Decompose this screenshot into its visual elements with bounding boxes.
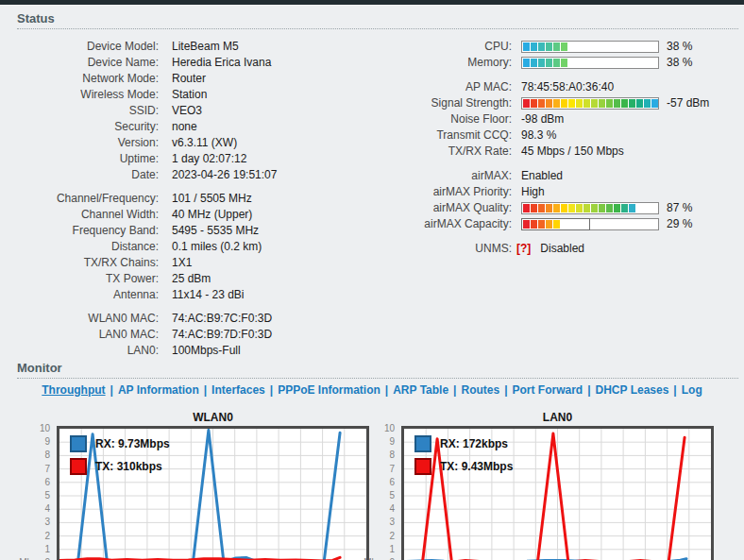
progress-bar-segment — [614, 204, 620, 212]
field-label: Channel/Frequency: — [0, 191, 159, 207]
field-label: Network Mode: — [0, 71, 159, 87]
monitor-tab-interfaces[interactable]: Interfaces — [211, 383, 265, 397]
field-value: none — [172, 119, 197, 135]
monitor-tabs: Throughput|AP Information|Interfaces|PPP… — [0, 383, 744, 399]
progress-bar-segment — [629, 99, 635, 108]
y-tick-label: 8 — [389, 450, 395, 460]
y-tick-label: 7 — [44, 464, 50, 474]
status-row: Channel Width:40 MHz (Upper) — [0, 207, 370, 223]
field-value: 74:AC:B9:7C:F0:3D — [172, 311, 272, 327]
rx-legend-swatch — [414, 435, 431, 452]
status-row: Memory:38 % — [370, 55, 744, 71]
status-group: WLAN0 MAC:74:AC:B9:7C:F0:3DLAN0 MAC:74:A… — [0, 311, 370, 359]
status-row: airMAX:Enabled — [370, 168, 744, 184]
progress-bar-segment — [523, 42, 530, 51]
tx-legend-swatch — [70, 458, 87, 475]
field-label: airMAX Capacity: — [370, 216, 512, 232]
status-row: CPU:38 % — [370, 39, 744, 55]
progress-bar-segment — [599, 99, 605, 108]
progress-bar-segment — [553, 59, 560, 67]
status-group: AP MAC:78:45:58:A0:36:40Signal Strength:… — [370, 79, 744, 160]
progress-bar-segment — [531, 204, 537, 212]
status-row: Noise Floor:-98 dBm — [370, 111, 744, 127]
field-value: Router — [172, 71, 206, 87]
progress-bar-segment — [546, 220, 552, 229]
link-separator: | — [504, 383, 507, 397]
monitor-tab-port-forward[interactable]: Port Forward — [513, 383, 583, 397]
field-value: LiteBeam M5 — [172, 39, 239, 55]
throughput-chart-wlan0: WLAN010987654321Mbps 0RX: 9.73MbpsTX: 31… — [5, 400, 373, 560]
field-value: 0.1 miles (0.2 km) — [172, 239, 262, 255]
field-value: 78:45:58:A0:36:40 — [521, 79, 614, 95]
progress-bar-segment — [523, 99, 530, 108]
field-value: Station — [172, 87, 207, 103]
status-row: WLAN0 MAC:74:AC:B9:7C:F0:3D — [0, 311, 370, 327]
status-row: Uptime:1 day 02:07:12 — [0, 151, 370, 167]
status-row: Channel/Frequency:101 / 5505 MHz — [0, 191, 370, 207]
field-value: 29 % — [667, 216, 692, 232]
field-label: Distance: — [0, 239, 159, 255]
status-row: Transmit CCQ:98.3 % — [370, 127, 744, 144]
field-label: airMAX Priority: — [370, 184, 512, 200]
progress-bar-segment — [614, 99, 620, 108]
progress-bar-segment — [636, 99, 643, 108]
field-value: 45 Mbps / 150 Mbps — [521, 144, 624, 160]
field-value: 100Mbps-Full — [172, 343, 241, 359]
field-label: Uptime: — [0, 151, 159, 167]
link-separator: | — [673, 383, 676, 397]
progress-bar-segment — [561, 42, 567, 51]
progress-bar-segment — [576, 99, 583, 108]
progress-bar-segment — [546, 204, 552, 212]
chart-title: WLAN0 — [57, 411, 369, 424]
field-value: 87 % — [667, 200, 692, 216]
field-label: Date: — [0, 167, 159, 183]
field-value: 38 % — [667, 39, 692, 55]
status-row: Distance:0.1 miles (0.2 km) — [0, 239, 370, 255]
legend-label: RX: 9.73Mbps — [95, 437, 170, 450]
chart-title: LAN0 — [401, 411, 714, 424]
progress-bar-segment — [538, 59, 545, 67]
field-label: Device Model: — [0, 39, 159, 55]
status-row: TX/RX Rate:45 Mbps / 150 Mbps — [370, 144, 744, 160]
y-tick-label: 7 — [389, 464, 395, 474]
status-row: airMAX Capacity:29 % — [370, 216, 744, 232]
monitor-tab-throughput[interactable]: Throughput — [42, 383, 105, 397]
status-row: Network Mode:Router — [0, 71, 370, 87]
field-value: -57 dBm — [667, 95, 709, 111]
progress-bar-segment — [553, 42, 560, 51]
status-row: LAN0 MAC:74:AC:B9:7D:F0:3D — [0, 327, 370, 343]
monitor-tab-ap-information[interactable]: AP Information — [118, 383, 199, 397]
monitor-tab-dhcp-leases[interactable]: DHCP Leases — [596, 383, 669, 397]
legend-label: TX: 9.43Mbps — [440, 460, 513, 473]
progress-bar-segment — [546, 42, 552, 51]
y-tick-label: 3 — [44, 517, 50, 527]
progress-bar-segment — [538, 99, 545, 108]
field-value: 1 day 02:07:12 — [172, 151, 246, 167]
field-label: Signal Strength: — [370, 95, 512, 111]
status-left-column: Device Model:LiteBeam M5Device Name:Here… — [0, 39, 370, 366]
monitor-tab-log[interactable]: Log — [682, 383, 702, 397]
y-tick-label: 1 — [44, 544, 50, 554]
status-row: Version:v6.3.11 (XW) — [0, 135, 370, 151]
progress-bar-segment — [553, 220, 560, 229]
progress-bar-segment — [538, 220, 545, 229]
field-value: VEO3 — [172, 103, 202, 119]
progress-bar-segment — [629, 204, 635, 212]
throughput-chart-lan0: LAN010987654321Mbps 0RX: 172kbpsTX: 9.43… — [349, 400, 718, 560]
legend-label: TX: 310kbps — [95, 460, 162, 473]
progress-bar-segment — [606, 204, 613, 212]
tx-legend-swatch — [414, 458, 431, 475]
field-value: 5495 - 5535 MHz — [172, 223, 259, 239]
progress-bar — [521, 97, 659, 110]
monitor-tab-arp-table[interactable]: ARP Table — [393, 383, 448, 397]
field-label: Security: — [0, 119, 159, 135]
link-separator: | — [587, 383, 590, 397]
status-row: UNMS:[?]Disabled — [370, 241, 744, 257]
monitor-tab-pppoe-information[interactable]: PPPoE Information — [278, 383, 380, 397]
progress-bar-segment — [531, 42, 537, 51]
status-section: Device Model:LiteBeam M5Device Name:Here… — [0, 29, 744, 355]
field-label: CPU: — [370, 39, 512, 55]
monitor-tab-routes[interactable]: Routes — [461, 383, 499, 397]
status-row: SSID:VEO3 — [0, 103, 370, 119]
unms-help-link[interactable]: [?] — [516, 241, 531, 257]
